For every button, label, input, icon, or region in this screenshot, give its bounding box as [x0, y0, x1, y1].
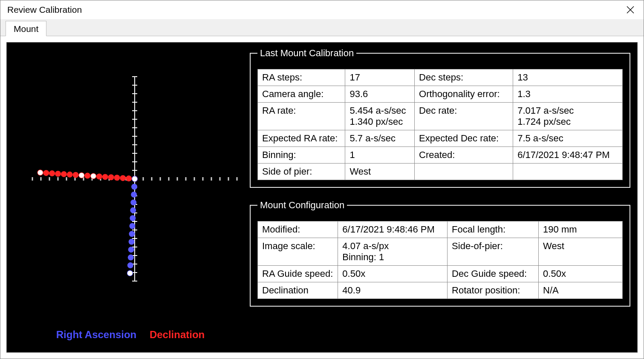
svg-point-67 — [43, 170, 49, 176]
lastcal-l2: Expected Dec rate: — [415, 130, 513, 147]
svg-point-74 — [130, 215, 136, 221]
lastcal-l1: Camera angle: — [258, 86, 345, 103]
mountcfg-l1: Modified: — [258, 221, 338, 238]
chart-legend: Right Ascension Declination — [15, 329, 245, 341]
mountcfg-v1: 4.07 a-s/px Binning: 1 — [338, 238, 448, 266]
lastcal-v1: 17 — [345, 69, 415, 86]
svg-rect-28 — [40, 177, 42, 181]
lastcal-l1: Binning: — [258, 147, 345, 164]
table-row: Declination40.9Rotator position:N/A — [258, 282, 623, 299]
table-row: RA steps:17Dec steps:13 — [258, 69, 623, 86]
lastcal-l2 — [415, 164, 513, 180]
svg-rect-42 — [160, 177, 161, 181]
svg-point-57 — [102, 174, 108, 180]
svg-rect-43 — [168, 177, 170, 181]
titlebar: Review Calibration — [0, 0, 644, 19]
mountcfg-v2: 0.50x — [539, 266, 623, 282]
svg-rect-50 — [228, 177, 229, 181]
svg-point-78 — [128, 247, 134, 253]
svg-point-70 — [131, 184, 137, 190]
mountcfg-v2: West — [539, 238, 623, 266]
svg-rect-49 — [219, 177, 221, 181]
lastcal-v2: 13 — [513, 69, 623, 86]
svg-rect-30 — [58, 177, 59, 181]
lastcal-l1: Expected RA rate: — [258, 130, 345, 147]
svg-point-86 — [127, 271, 133, 276]
lastcal-l1: Side of pier: — [258, 164, 345, 180]
mountcfg-v1: 0.50x — [338, 266, 448, 282]
svg-rect-41 — [151, 177, 153, 181]
table-row: Image scale:4.07 a-s/px Binning: 1Side-o… — [258, 238, 623, 266]
close-icon — [627, 6, 634, 14]
lastcal-v2: 6/17/2021 9:48:47 PM — [513, 147, 623, 164]
table-row: Side of pier:West — [258, 164, 623, 180]
calibration-chart-svg — [15, 51, 245, 345]
svg-point-75 — [129, 223, 135, 229]
table-row: Binning:1Created:6/17/2021 9:48:47 PM — [258, 147, 623, 164]
lastcal-v2 — [513, 164, 623, 180]
lastcal-l1: RA steps: — [258, 69, 345, 86]
window-close-button[interactable] — [621, 0, 640, 19]
svg-point-82 — [38, 170, 43, 175]
mountcfg-l2: Rotator position: — [448, 282, 539, 299]
svg-point-76 — [129, 231, 135, 237]
table-row: RA Guide speed:0.50xDec Guide speed:0.50… — [258, 266, 623, 282]
svg-point-66 — [49, 170, 55, 176]
svg-point-84 — [91, 174, 96, 179]
content-area: Right Ascension Declination Last Mount C… — [0, 36, 644, 359]
svg-point-58 — [96, 173, 102, 179]
group-mount-config-title: Mount Configuration — [257, 200, 347, 211]
mountcfg-v2: N/A — [539, 282, 623, 299]
svg-point-71 — [131, 192, 137, 198]
lastcal-v1: West — [345, 164, 415, 180]
lastcal-l2: Orthogonality error: — [415, 86, 513, 103]
svg-rect-51 — [237, 177, 238, 181]
lastcal-v1: 1 — [345, 147, 415, 164]
tab-mount[interactable]: Mount — [6, 21, 46, 36]
svg-point-79 — [128, 255, 134, 261]
legend-dec: Declination — [150, 329, 205, 340]
svg-point-73 — [130, 207, 136, 213]
table-mount-config: Modified:6/17/2021 9:48:46 PMFocal lengt… — [257, 221, 623, 299]
svg-point-62 — [73, 172, 79, 178]
svg-rect-29 — [49, 177, 50, 181]
svg-point-80 — [127, 262, 133, 268]
svg-rect-44 — [177, 177, 178, 181]
svg-point-55 — [114, 175, 120, 181]
svg-point-60 — [84, 173, 90, 179]
mountcfg-v2: 190 mm — [539, 221, 623, 238]
mountcfg-l2: Dec Guide speed: — [448, 266, 539, 282]
lastcal-l1: RA rate: — [258, 103, 345, 130]
info-area: Last Mount Calibration RA steps:17Dec st… — [250, 48, 630, 344]
lastcal-v1: 93.6 — [345, 86, 415, 103]
mountcfg-v1: 6/17/2021 9:48:46 PM — [338, 221, 448, 238]
table-last-calibration: RA steps:17Dec steps:13Camera angle:93.6… — [257, 69, 623, 180]
lastcal-v1: 5.454 a-s/sec 1.340 px/sec — [345, 103, 415, 130]
lastcal-l2: Created: — [415, 147, 513, 164]
svg-point-72 — [130, 199, 136, 205]
svg-point-64 — [61, 171, 67, 177]
group-mount-config: Mount Configuration Modified:6/17/2021 9… — [250, 200, 630, 307]
lastcal-v1: 5.7 a-s/sec — [345, 130, 415, 147]
lastcal-l2: Dec steps: — [415, 69, 513, 86]
mountcfg-l2: Side-of-pier: — [448, 238, 539, 266]
review-calibration-window: Review Calibration Mount Right Ascension… — [0, 0, 644, 359]
mountcfg-l1: RA Guide speed: — [258, 266, 338, 282]
svg-point-77 — [129, 239, 135, 245]
svg-point-53 — [126, 175, 132, 181]
svg-rect-48 — [211, 177, 212, 181]
svg-rect-40 — [143, 177, 144, 181]
lastcal-v2: 7.5 a-s/sec — [513, 130, 623, 147]
lastcal-v2: 7.017 a-s/sec 1.724 px/sec — [513, 103, 623, 130]
svg-rect-46 — [194, 177, 195, 181]
mountcfg-l2: Focal length: — [448, 221, 539, 238]
table-row: Modified:6/17/2021 9:48:46 PMFocal lengt… — [258, 221, 623, 238]
table-row: Camera angle:93.6Orthogonality error:1.3 — [258, 86, 623, 103]
mountcfg-l1: Declination — [258, 282, 338, 299]
svg-point-63 — [67, 172, 73, 178]
svg-point-56 — [108, 174, 114, 180]
lastcal-l2: Dec rate: — [415, 103, 513, 130]
calibration-panel: Right Ascension Declination Last Mount C… — [6, 42, 638, 353]
calibration-chart: Right Ascension Declination — [15, 51, 245, 345]
group-last-calibration-title: Last Mount Calibration — [257, 48, 356, 59]
